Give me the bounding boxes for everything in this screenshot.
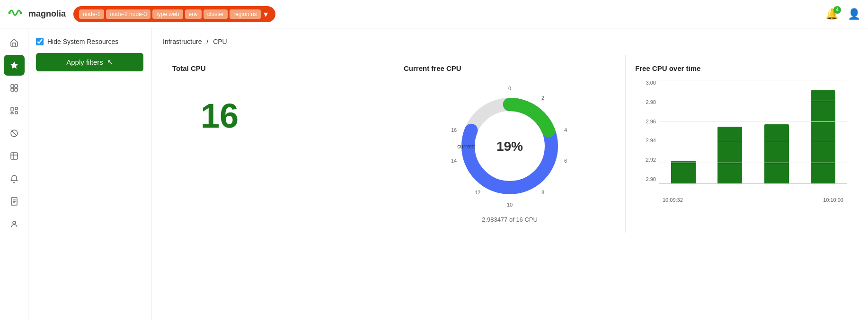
bar-1 [671,161,696,183]
hide-system-resources-label[interactable]: Hide System Resources [47,38,118,45]
filter-chip-2: node-2 node-3 [106,9,151,19]
svg-line-11 [11,131,17,136]
sidebar-item-docs[interactable] [4,191,25,212]
y-label-296: 2.96 [635,119,656,124]
svg-text:19%: 19% [496,139,523,154]
sidebar-item-blocked[interactable] [4,123,25,144]
bar-group-1 [663,80,704,183]
content-area: Infrastructure / CPU Total CPU 16 Curren… [151,28,868,320]
total-cpu-value: 16 [172,80,384,152]
sidebar-item-dashboard[interactable] [4,100,25,121]
current-free-cpu-card: Current free CPU 0 2 4 6 8 10 12 14 16 [394,55,626,233]
sidebar-item-home[interactable] [4,32,25,53]
notification-badge: 4 [833,6,841,14]
bar-group-4 [803,80,843,183]
x-label-4: 10:10:00 [823,197,843,203]
main-layout: Hide System Resources Apply filters ↖ In… [0,28,868,320]
bar-group-2 [709,80,750,183]
metrics-row: Total CPU 16 Current free CPU 0 2 4 6 8 … [163,55,857,233]
cursor-icon: ↖ [107,58,113,67]
bar-group-3 [756,80,797,183]
app-header: magnolia node-1 node-2 node-3 type:web e… [0,0,868,28]
free-cpu-over-time-title: Free CPU over time [635,64,847,72]
total-cpu-title: Total CPU [172,64,384,72]
svg-rect-7 [15,107,18,110]
chevron-down-icon: ▾ [264,9,268,19]
y-label-290: 2.90 [635,176,656,182]
apply-filters-button[interactable]: Apply filters ↖ [36,53,143,71]
svg-text:current: current [457,143,475,150]
filter-chip-6: region:us [230,9,260,19]
y-label-298: 2.98 [635,99,656,105]
header-left: magnolia node-1 node-2 node-3 type:web e… [8,6,275,22]
apply-filters-label: Apply filters [66,58,103,66]
svg-point-0 [9,11,11,14]
sidebar-item-bell[interactable] [4,168,25,189]
svg-text:14: 14 [451,158,457,164]
bar-3 [764,124,789,183]
filter-bar[interactable]: node-1 node-2 node-3 type:web env cluste… [73,6,275,22]
sidebar-item-starred[interactable] [4,55,25,76]
donut-chart-svg: 0 2 4 6 8 10 12 14 16 [443,80,576,212]
svg-rect-8 [15,112,18,114]
bar-4 [811,90,835,183]
svg-text:0: 0 [508,86,511,91]
logo-icon [8,6,25,22]
hide-system-resources-checkbox[interactable] [36,38,44,45]
svg-text:10: 10 [507,202,513,208]
breadcrumb-cpu: CPU [213,38,227,45]
breadcrumb: Infrastructure / CPU [163,38,857,45]
svg-text:4: 4 [564,127,567,133]
sidebar-icons [0,28,28,320]
svg-point-19 [13,221,16,224]
filter-chip-3: type:web [152,9,183,19]
current-free-cpu-title: Current free CPU [404,64,616,72]
filter-chips: node-1 node-2 node-3 type:web env cluste… [79,9,261,19]
hide-system-resources-row: Hide System Resources [36,38,143,45]
y-label-292: 2.92 [635,157,656,163]
svg-text:6: 6 [564,158,567,164]
svg-text:12: 12 [475,190,480,195]
donut-subtitle: 2.983477 of 16 CPU [404,216,616,223]
svg-rect-5 [15,88,18,91]
header-right: 🔔 4 👤 [825,8,860,20]
total-cpu-card: Total CPU 16 [163,55,394,233]
svg-rect-12 [11,153,18,159]
svg-rect-2 [11,85,14,87]
svg-rect-9 [11,112,13,114]
breadcrumb-separator: / [206,38,208,45]
breadcrumb-infrastructure: Infrastructure [163,38,202,45]
filter-chip-1: node-1 [79,9,104,19]
svg-rect-3 [15,85,18,87]
notification-button[interactable]: 🔔 4 [825,8,838,20]
y-label-294: 2.94 [635,138,656,143]
svg-text:8: 8 [541,190,544,195]
svg-text:2: 2 [541,95,544,101]
filter-chip-5: cluster [204,9,228,19]
svg-rect-6 [11,107,13,111]
sidebar-item-tags[interactable] [4,146,25,166]
bar-chart: 3.00 2.98 2.96 2.94 2.92 2.90 [635,80,847,193]
svg-text:16: 16 [451,127,457,133]
user-avatar-button[interactable]: 👤 [848,8,860,20]
filter-chip-4: env [185,9,202,19]
sidebar-item-pages[interactable] [4,78,25,98]
bar-2 [717,127,742,183]
logo-text: magnolia [28,9,66,19]
filter-panel: Hide System Resources Apply filters ↖ [28,28,151,320]
free-cpu-over-time-card: Free CPU over time 3.00 2.98 2.96 2.94 2… [626,55,857,233]
x-label-1: 10:09:32 [663,197,683,203]
y-label-300: 3.00 [635,80,656,86]
logo: magnolia [8,6,66,22]
svg-rect-4 [11,88,14,91]
svg-point-1 [20,11,22,14]
sidebar-item-users[interactable] [4,214,25,234]
